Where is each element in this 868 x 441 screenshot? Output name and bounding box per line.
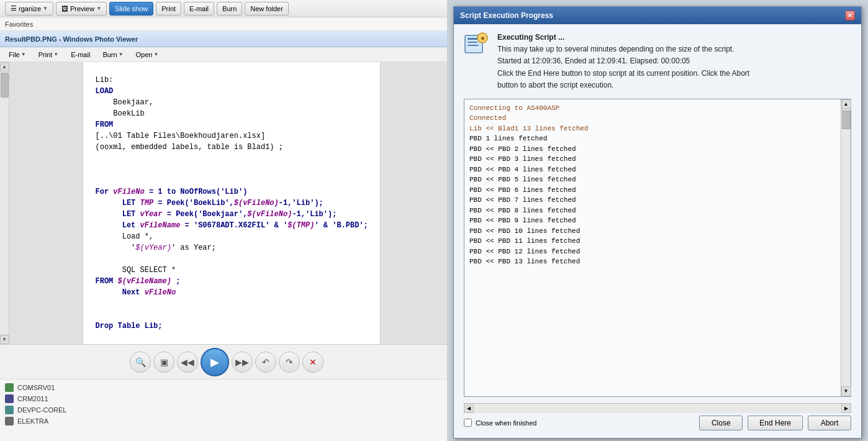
end-here-button[interactable]: End Here [748, 416, 803, 430]
dialog-close-btn[interactable]: ✕ [845, 11, 855, 20]
code-line: LET vYear = Peek('Boekjaar',$(vFileNo)-1… [96, 209, 368, 220]
log-area-wrapper: Connecting to AS400ASPConnectedLib << Bl… [464, 99, 851, 397]
footer-buttons: Close End Here Abort [699, 416, 851, 430]
menu-bar: File ▼ Print ▼ E-mail Burn ▼ Open ▼ [0, 47, 453, 62]
log-line: PBD 1 lines fetched [469, 134, 836, 144]
dialog-header: ★ Executing Script ... This may take up … [464, 32, 851, 91]
list-item[interactable]: COMSRV01 [5, 382, 448, 393]
code-line: '$(vYear)' as Year; [96, 242, 368, 253]
code-line: Let vFileName = 'S0678ADT.X62FIL' & '$(T… [96, 220, 368, 231]
toolbar: ☰ rganize ▼ 🖼 Preview ▼ Slide show Print… [0, 0, 453, 17]
dialog-footer: Close when finished Close End Here Abort [464, 413, 851, 430]
preview-arrow: ▼ [96, 6, 101, 11]
log-line: PBD << PBD 6 lines fetched [469, 185, 836, 196]
burn-button[interactable]: Burn [217, 2, 242, 16]
slideshow-button[interactable]: Slide show [109, 2, 153, 16]
abort-button[interactable]: Abort [808, 416, 851, 430]
code-line: (ooxml, embedded labels, table is Blad1)… [96, 142, 368, 153]
dialog-title-controls: ✕ [845, 11, 855, 20]
list-item-label: DEVPC-COREL [17, 406, 66, 414]
list-item-icon [5, 394, 14, 403]
delete-button[interactable]: ✕ [302, 352, 323, 373]
list-item-label: ELEKTRA [17, 417, 48, 425]
svg-text:★: ★ [480, 35, 486, 42]
scroll-up-arrow[interactable]: ▲ [0, 62, 9, 71]
list-item[interactable]: DEVPC-COREL [5, 404, 448, 416]
email-button[interactable]: E-mail [184, 2, 214, 16]
log-scroll-thumb[interactable] [842, 111, 851, 129]
list-item[interactable]: ELEKTRA [5, 416, 448, 427]
log-hscrollbar[interactable]: ◀ ▶ [464, 403, 851, 413]
status-line-3: Started at 12:09:36, Ended at 12:09:41. … [497, 55, 851, 67]
code-line: SQL SELECT * [96, 265, 368, 276]
log-line: PBD << PBD 9 lines fetched [469, 216, 836, 226]
log-line: PBD << PBD 3 lines fetched [469, 154, 836, 165]
list-item[interactable]: CRM2011 [5, 393, 448, 404]
code-line: LOAD [96, 86, 368, 97]
log-line: PBD << PBD 11 lines fetched [469, 236, 836, 247]
newfolder-button[interactable]: New folder [245, 2, 289, 16]
log-scroll-down[interactable]: ▼ [841, 386, 851, 396]
log-line: PBD << PBD 5 lines fetched [469, 175, 836, 185]
menu-print[interactable]: Print ▼ [35, 50, 63, 59]
code-line: LET TMP = Peek('BoekLib',$(vFileNo)-1,'L… [96, 198, 368, 209]
log-line: PBD << PBD 8 lines fetched [469, 206, 836, 216]
code-line: Drop Table Lib; [96, 321, 368, 332]
fit-button[interactable]: ▣ [153, 352, 174, 373]
rotate-left-button[interactable]: ↶ [255, 352, 276, 373]
log-line: PBD << PBD 10 lines fetched [469, 226, 836, 237]
log-hscroll-left[interactable]: ◀ [464, 403, 474, 413]
code-line [96, 309, 368, 321]
play-button[interactable]: ▶ [201, 348, 229, 376]
code-line: Next vFileNo [96, 287, 368, 298]
log-scrollbar[interactable]: ▲ ▼ [841, 99, 851, 396]
close-button[interactable]: Close [699, 416, 743, 430]
menu-file[interactable]: File ▼ [5, 50, 30, 59]
dialog-title: Script Execution Progress [460, 11, 553, 20]
scroll-down-arrow[interactable]: ▼ [0, 335, 9, 344]
window-title: ResultPBD.PNG - Windows Photo Viewer [5, 35, 138, 43]
photo-viewer-window: ☰ rganize ▼ 🖼 Preview ▼ Slide show Print… [0, 0, 453, 441]
dialog-body: ★ Executing Script ... This may take up … [454, 24, 861, 438]
code-box: Lib: LOAD Boekjaar, BoekLib FROM [..\01 … [83, 62, 381, 344]
log-hscroll-track [474, 404, 841, 413]
dialog-title-bar: Script Execution Progress ✕ [454, 7, 861, 24]
code-line: FROM [96, 119, 368, 130]
log-line: PBD << PBD 7 lines fetched [469, 195, 836, 206]
menu-burn[interactable]: Burn ▼ [99, 50, 127, 59]
menu-open[interactable]: Open ▼ [132, 50, 163, 59]
script-icon: ★ [464, 32, 489, 57]
svg-rect-2 [468, 42, 477, 43]
log-area: Connecting to AS400ASPConnectedLib << Bl… [464, 99, 841, 396]
prev-button[interactable]: ◀◀ [177, 352, 198, 373]
close-when-finished-checkbox[interactable] [464, 419, 472, 427]
bottom-list: COMSRV01 CRM2011 DEVPC-COREL ELEKTRA [0, 379, 453, 441]
organize-icon: ☰ [11, 4, 17, 12]
code-line: [..\01 Table Files\Boekhoudjaren.xlsx] [96, 130, 368, 142]
menu-email[interactable]: E-mail [67, 50, 94, 59]
left-scrollbar[interactable]: ▲ ▼ [0, 62, 9, 344]
log-line: PBD << PBD 12 lines fetched [469, 247, 836, 257]
log-line: PBD << PBD 4 lines fetched [469, 165, 836, 175]
list-item-icon [5, 383, 14, 392]
scroll-thumb[interactable] [1, 73, 9, 98]
status-line-1: Executing Script ... [497, 32, 851, 43]
next-button[interactable]: ▶▶ [232, 352, 253, 373]
code-line: Lib: [96, 75, 368, 86]
list-item-label: COMSRV01 [17, 384, 55, 391]
log-line: Connected [469, 113, 836, 124]
log-line: PBD << PBD 2 lines fetched [469, 144, 836, 155]
code-line: Boekjaar, [96, 97, 368, 108]
zoom-button[interactable]: 🔍 [130, 352, 151, 373]
organize-button[interactable]: ☰ rganize ▼ [5, 2, 53, 16]
log-scroll-up[interactable]: ▲ [841, 99, 851, 109]
list-item-label: CRM2011 [17, 395, 48, 402]
preview-button[interactable]: 🖼 Preview ▼ [56, 2, 107, 16]
log-line: PBD << PBD 13 lines fetched [469, 257, 836, 267]
log-hscroll-right[interactable]: ▶ [841, 403, 851, 413]
close-when-finished-label[interactable]: Close when finished [464, 419, 536, 427]
main-content: ▲ ▼ Lib: LOAD Boekjaar, BoekLib FROM [..… [0, 62, 453, 344]
print-button[interactable]: Print [156, 2, 181, 16]
rotate-right-button[interactable]: ↷ [279, 352, 300, 373]
code-line [96, 298, 368, 309]
